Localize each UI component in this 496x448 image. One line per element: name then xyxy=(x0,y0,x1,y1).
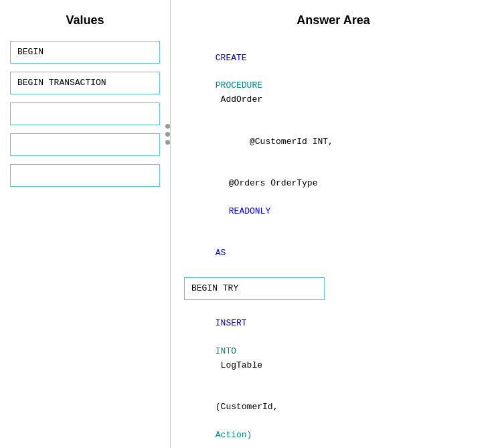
value-label: BEGIN xyxy=(17,47,44,57)
code-line: AS xyxy=(184,232,483,274)
keyword-insert: INSERT xyxy=(216,318,247,328)
dot-icon xyxy=(165,140,170,145)
code-text: @CustomerId INT, xyxy=(229,137,333,147)
code-text: AddOrder xyxy=(216,94,262,104)
keyword-into: INTO xyxy=(216,346,236,356)
list-item[interactable] xyxy=(10,133,160,156)
answer-box-text: BEGIN TRY xyxy=(191,283,238,293)
code-line: CREATE PROCEDURE AddOrder xyxy=(184,38,483,121)
values-panel: Values BEGIN BEGIN TRANSACTION xyxy=(0,0,171,448)
keyword-create: CREATE xyxy=(216,53,247,63)
code-line: INSERT INTO LogTable xyxy=(184,303,483,386)
code-text: LogTable xyxy=(216,360,262,370)
list-item[interactable]: BEGIN TRANSACTION xyxy=(10,72,160,94)
list-item[interactable]: BEGIN xyxy=(10,41,160,64)
list-item[interactable] xyxy=(10,102,160,125)
code-text: @Orders OrderType xyxy=(229,178,318,188)
values-title: Values xyxy=(10,13,160,27)
answer-area-panel: Answer Area CREATE PROCEDURE AddOrder @C… xyxy=(171,0,496,448)
answer-box-begin-try[interactable]: BEGIN TRY xyxy=(184,277,325,301)
dot-icon xyxy=(165,132,170,137)
code-text: (CustomerId, xyxy=(216,402,278,412)
keyword-readonly: READONLY xyxy=(229,206,270,216)
code-area: CREATE PROCEDURE AddOrder @CustomerId IN… xyxy=(184,38,483,448)
dot-icon xyxy=(165,124,170,129)
code-text-action: Action) xyxy=(216,430,252,440)
list-item[interactable] xyxy=(10,164,160,187)
code-line: @CustomerId INT, xyxy=(184,121,483,163)
drag-handle xyxy=(165,124,170,145)
value-label: BEGIN TRANSACTION xyxy=(17,78,106,88)
code-line: @Orders OrderType READONLY xyxy=(184,163,483,232)
code-line: (CustomerId, Action) xyxy=(184,386,483,448)
answer-area-title: Answer Area xyxy=(184,13,483,27)
keyword-procedure: PROCEDURE xyxy=(216,80,262,90)
keyword-as: AS xyxy=(216,248,226,258)
